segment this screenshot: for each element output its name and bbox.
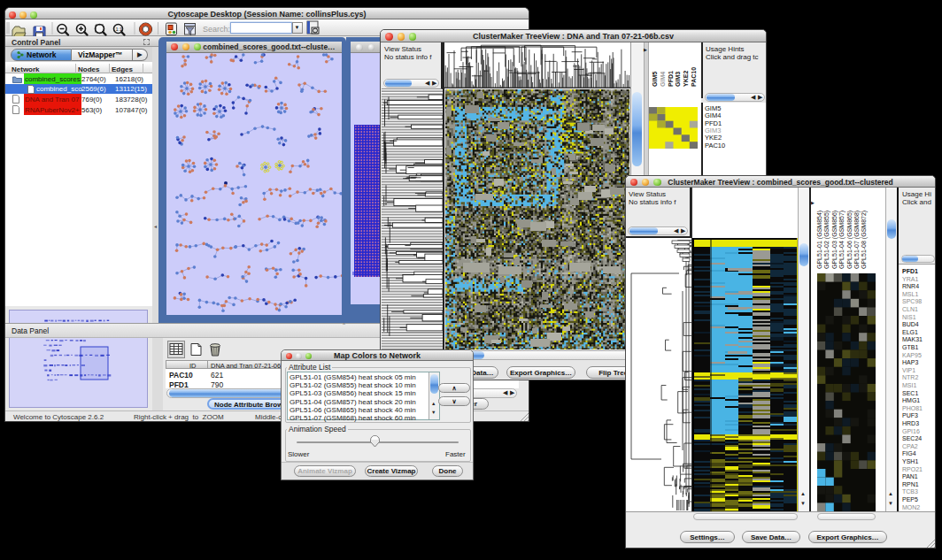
svg-text:1:1: 1:1	[116, 27, 123, 32]
